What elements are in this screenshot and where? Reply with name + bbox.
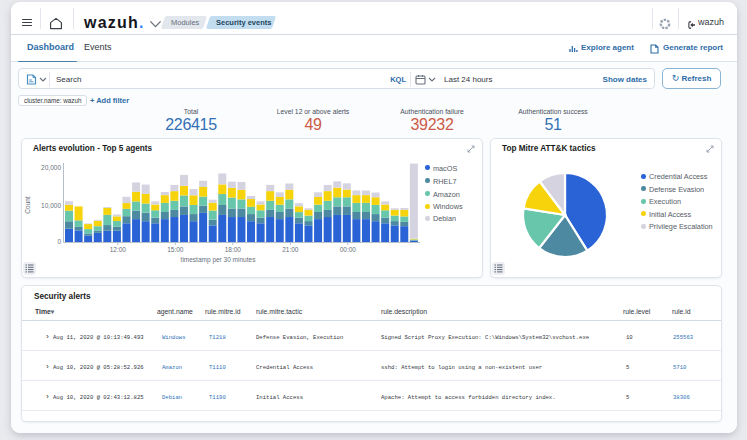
svg-text:00:00: 00:00 (340, 246, 357, 253)
svg-text:12:00: 12:00 (110, 246, 127, 253)
svg-text:timestamp per 30 minutes: timestamp per 30 minutes (181, 256, 257, 264)
svg-text:20,000: 20,000 (41, 164, 61, 171)
svg-text:0: 0 (57, 238, 61, 245)
svg-text:18:00: 18:00 (225, 246, 242, 253)
svg-text:21:00: 21:00 (282, 246, 299, 253)
svg-text:Count: Count (24, 196, 31, 214)
svg-text:15:00: 15:00 (167, 246, 184, 253)
svg-text:10,000: 10,000 (41, 202, 61, 209)
